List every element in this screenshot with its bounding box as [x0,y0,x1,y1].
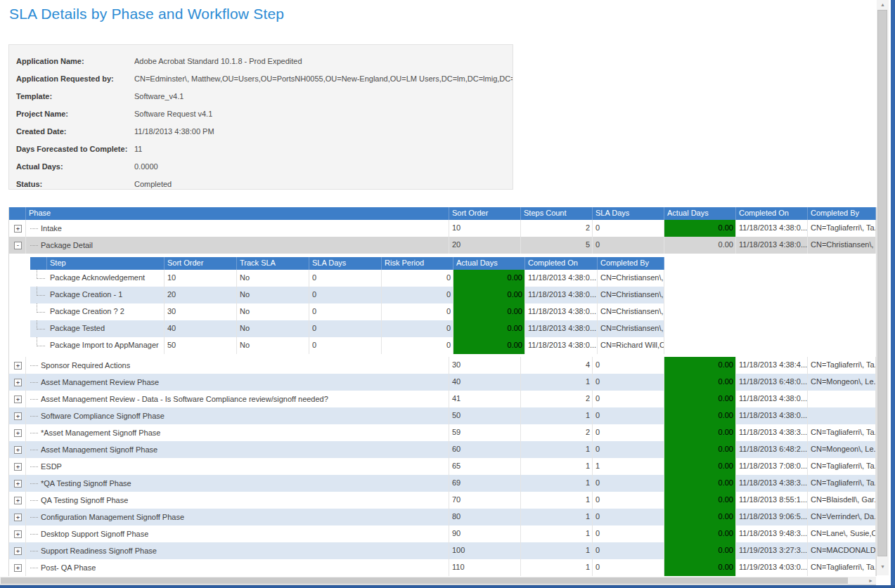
expand-icon[interactable]: + [14,463,22,471]
expand-icon[interactable]: + [14,497,22,504]
phase-row[interactable]: +ESDP65110.0011/18/2013 7:08:0...CN=Tagl… [9,458,876,475]
expander-cell: + [9,525,26,542]
expand-icon[interactable]: + [14,446,22,454]
expand-icon[interactable]: + [14,547,22,555]
actual-days-cell: 0.00 [664,237,736,254]
sla-days-cell: 0 [593,509,664,525]
horizontal-scrollbar-thumb[interactable] [1,577,848,584]
expand-icon[interactable]: + [14,564,22,572]
phase-name: QA Testing Signoff Phase [41,492,128,509]
step-column-header-track-sla: Track SLA [237,257,309,270]
step-risk-period-cell: 0 [382,270,453,287]
step-completed-on-cell: 11/18/2013 4:38:0... [525,270,598,287]
expander-cell: + [9,407,26,424]
expand-icon[interactable]: + [14,429,22,437]
info-panel: Application Name:Adobe Acrobat Standard … [8,44,513,190]
phase-row[interactable]: +Asset Management Signoff Phase60100.001… [9,441,876,458]
step-column-header-sla-days: SLA Days [309,257,382,270]
expand-icon[interactable]: + [14,396,22,403]
info-value: Adobe Acrobat Standard 10.1.8 - Prod Exp… [134,53,302,70]
info-label: Project Name: [16,105,134,123]
info-row: Created Date:11/18/2013 4:38:00 PM [16,123,513,141]
expander-cell: + [9,374,26,391]
phase-row[interactable]: +*QA Testing Signoff Phase69100.0011/18/… [9,475,876,492]
expander-cell: + [9,559,26,576]
expand-icon[interactable]: + [14,225,22,233]
window-border-right [891,0,895,588]
horizontal-scrollbar[interactable]: ► [0,577,876,585]
actual-days-cell: 0.00 [664,509,736,525]
steps-count-cell: 2 [521,391,593,407]
step-column-header-risk-period: Risk Period [382,257,453,270]
completed-on-cell: 11/19/2013 4:03:0... [736,559,808,576]
step-name-cell: Package Creation - 1 [47,287,165,303]
actual-days-cell: 0.00 [664,441,736,458]
phase-row[interactable]: +Configuration Management Signoff Phase8… [9,509,876,525]
step-name-cell: Package Import to AppManager [47,337,165,354]
step-row[interactable]: Package Creation ? 230No000.0011/18/2013… [30,303,664,320]
scroll-right-icon[interactable]: ► [868,577,873,584]
completed-on-cell: 11/18/2013 4:38:0... [736,237,808,254]
sla-days-cell: 0 [593,525,664,542]
expand-icon[interactable]: + [14,514,22,521]
phase-name-cell: Package Detail [26,237,449,254]
phase-row[interactable]: +*Asset Management Signoff Phase59200.00… [9,424,876,441]
sort-order-cell: 69 [449,475,521,492]
sla-days-cell: 0 [593,407,664,424]
steps-count-cell: 2 [521,424,593,441]
phase-row[interactable]: +Asset Management Review - Data - Is Sof… [9,391,876,407]
expand-icon[interactable]: + [14,362,22,370]
vertical-scrollbar[interactable]: ▲ ▼ [877,0,889,575]
tree-dotted-line [30,399,38,400]
sla-grid: PhaseSort OrderSteps CountSLA DaysActual… [8,207,877,576]
phase-row[interactable]: +Intake10200.0011/18/2013 4:38:0...CN=Ta… [9,220,876,237]
step-sort-order-cell: 10 [165,270,237,287]
phase-name-cell: Desktop Support Signoff Phase [26,525,449,542]
step-track-sla-cell: No [237,270,309,287]
expand-icon[interactable]: + [14,480,22,488]
completed-on-cell: 11/18/2013 9:06:5... [736,509,808,525]
phase-row[interactable]: +Desktop Support Signoff Phase90100.0011… [9,525,876,542]
phase-row[interactable]: +Sponsor Required Actions30400.0011/18/2… [9,357,876,374]
step-row[interactable]: Package Acknowledgement10No000.0011/18/2… [30,270,664,287]
sla-days-cell: 0 [593,424,664,441]
step-row[interactable]: Package Creation - 120No000.0011/18/2013… [30,287,664,303]
phase-row[interactable]: +Support Readiness Signoff Phase100100.0… [9,542,876,559]
vertical-scrollbar-thumb[interactable] [877,10,887,556]
info-row: Application Requested by:CN=Edminster\, … [16,70,513,88]
phase-name-cell: Asset Management Review - Data - Is Soft… [26,391,449,407]
step-risk-period-cell: 0 [382,287,453,303]
actual-days-cell: 0.00 [664,357,736,374]
expander-cell: + [9,475,26,492]
sort-order-cell: 20 [449,237,521,254]
step-column-header-completed-by: Completed By [598,257,664,270]
phase-row[interactable]: +Post- QA Phase110100.0011/19/2013 4:03:… [9,559,876,576]
step-indent-cell [30,270,47,287]
info-label: Template: [16,88,134,105]
scroll-up-icon[interactable]: ▲ [877,0,889,9]
window-border-bottom [0,585,895,588]
completed-by-cell: CN=Mongeon\, Le... [808,374,876,391]
phase-row[interactable]: +Asset Management Review Phase40100.0011… [9,374,876,391]
sort-order-cell: 30 [449,357,521,374]
expander-cell: + [9,441,26,458]
step-completed-on-cell: 11/18/2013 4:38:0... [525,287,598,303]
phase-name: Asset Management Signoff Phase [41,442,157,458]
phase-name-cell: *Asset Management Signoff Phase [26,424,449,441]
step-row[interactable]: Package Tested40No000.0011/18/2013 4:38:… [30,320,664,337]
phase-name: Desktop Support Signoff Phase [41,526,148,542]
phase-name-cell: Intake [26,220,449,237]
expand-icon[interactable]: + [14,412,22,420]
sort-order-cell: 65 [449,458,521,475]
sort-order-cell: 50 [449,407,521,424]
step-actual-days-cell: 0.00 [453,320,525,337]
collapse-icon[interactable]: - [14,242,22,249]
phase-row[interactable]: -Package Detail20500.0011/18/2013 4:38:0… [9,237,876,254]
expand-icon[interactable]: + [14,530,22,538]
phase-row[interactable]: +Software Compliance Signoff Phase50100.… [9,407,876,424]
phase-row[interactable]: +QA Testing Signoff Phase70100.0011/18/2… [9,492,876,509]
scroll-down-icon[interactable]: ▼ [877,562,889,571]
step-row[interactable]: Package Import to AppManager50No000.0011… [30,337,664,354]
expand-icon[interactable]: + [14,379,22,386]
sort-order-cell: 41 [449,391,521,407]
